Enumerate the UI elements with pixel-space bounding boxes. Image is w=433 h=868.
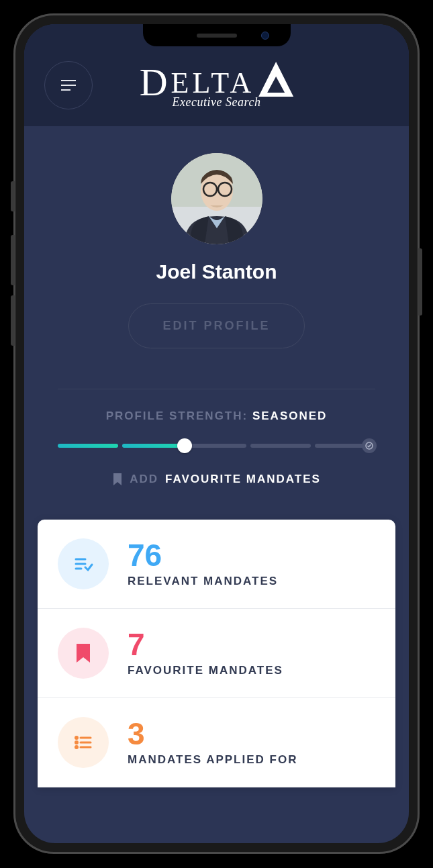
bookmark-icon [58, 628, 109, 679]
profile-section: Joel Stanton EDIT PROFILE [24, 126, 409, 369]
stat-count: 76 [128, 540, 278, 571]
check-circle-icon [362, 438, 377, 453]
profile-strength-label: PROFILE STRENGTH: SEASONED [58, 409, 375, 423]
phone-side-button [11, 181, 15, 211]
slider-track [58, 444, 375, 448]
menu-icon [61, 80, 76, 81]
add-favourite-mandates-link[interactable]: ADD FAVOURITE MANDATES [58, 473, 375, 486]
svg-point-12 [76, 742, 78, 744]
phone-side-button [418, 248, 422, 316]
stat-label: FAVOURITE MANDATES [128, 664, 283, 677]
phone-notch [143, 24, 291, 46]
triangle-icon [258, 62, 293, 97]
stat-label: RELEVANT MANDATES [128, 575, 278, 588]
stat-favourite-mandates[interactable]: 7 FAVOURITE MANDATES [38, 609, 395, 698]
stat-count: 3 [128, 718, 297, 749]
phone-frame: DELTA Executive Search [13, 13, 420, 854]
list-icon [58, 717, 109, 768]
svg-point-11 [76, 737, 78, 739]
stat-label: MANDATES APPLIED FOR [128, 753, 297, 767]
bookmark-icon [112, 473, 123, 486]
phone-side-button [11, 295, 15, 346]
slider-handle[interactable] [177, 438, 192, 453]
menu-button[interactable] [44, 61, 93, 109]
stat-relevant-mandates[interactable]: 76 RELEVANT MANDATES [38, 520, 395, 609]
profile-strength-slider[interactable] [58, 438, 375, 454]
profile-strength-section: PROFILE STRENGTH: SEASONED [24, 389, 409, 499]
brand-name: DELTA [140, 68, 255, 98]
edit-profile-button[interactable]: EDIT PROFILE [128, 303, 304, 348]
stat-mandates-applied-for[interactable]: 3 MANDATES APPLIED FOR [38, 698, 395, 787]
profile-name: Joel Stanton [58, 260, 375, 283]
stat-count: 7 [128, 629, 283, 660]
screen: DELTA Executive Search [24, 24, 409, 843]
svg-point-13 [76, 746, 78, 749]
phone-side-button [11, 235, 15, 285]
avatar[interactable] [171, 153, 262, 244]
stats-card: 76 RELEVANT MANDATES 7 FAVOURITE MANDATE… [38, 520, 395, 787]
list-check-icon [58, 538, 109, 589]
brand-logo: DELTA Executive Search [140, 62, 294, 109]
